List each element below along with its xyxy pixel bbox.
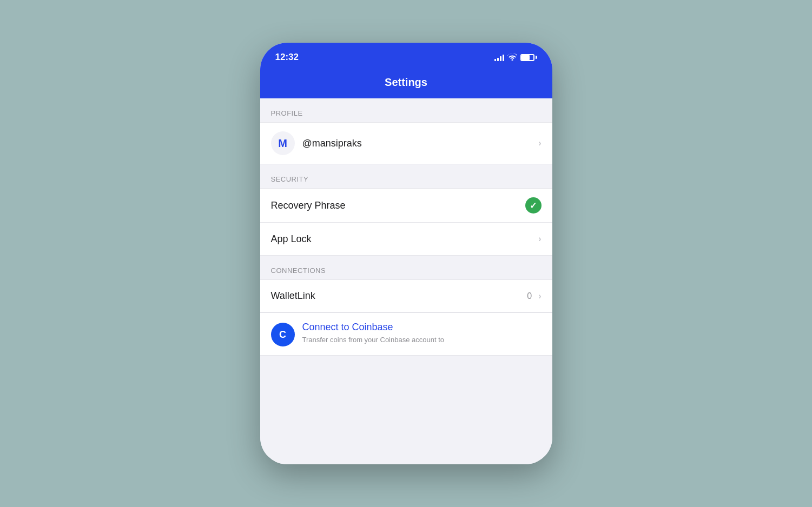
signal-bar-2: [497, 58, 499, 61]
connect-coinbase-subtitle: Transfer coins from your Coinbase accoun…: [302, 335, 542, 345]
recovery-phrase-check-badge: ✓: [525, 197, 542, 214]
app-lock-right: ›: [538, 234, 541, 244]
profile-list-group: M @mansipraks ›: [260, 122, 552, 164]
connect-coinbase-item[interactable]: C Connect to Coinbase Transfer coins fro…: [260, 312, 552, 355]
coinbase-logo-letter: C: [279, 329, 286, 341]
battery-icon: [520, 54, 537, 61]
connections-section-header: CONNECTIONS: [260, 256, 552, 279]
profile-section-label: PROFILE: [271, 109, 303, 117]
connect-text-container: Connect to Coinbase Transfer coins from …: [302, 322, 542, 345]
status-icons: [494, 53, 537, 62]
recovery-phrase-item[interactable]: Recovery Phrase ✓: [260, 189, 552, 223]
avatar-letter: M: [278, 137, 287, 150]
connect-coinbase-title: Connect to Coinbase: [302, 322, 542, 333]
connections-section-label: CONNECTIONS: [271, 266, 326, 275]
app-lock-chevron-icon: ›: [538, 234, 541, 244]
status-bar: 12:32: [260, 43, 552, 70]
wallet-link-label: WalletLink: [271, 290, 527, 302]
username-text: @mansipraks: [302, 138, 539, 149]
navigation-bar: Settings: [260, 70, 552, 98]
phone-frame: 12:32 Settings: [260, 43, 552, 464]
security-section-header: SECURITY: [260, 164, 552, 188]
security-section-label: SECURITY: [271, 175, 309, 183]
signal-bar-3: [500, 56, 501, 61]
profile-chevron-icon: ›: [538, 138, 541, 148]
wifi-icon: [507, 53, 517, 62]
wallet-link-right: 0 ›: [527, 291, 541, 301]
status-time: 12:32: [275, 52, 299, 63]
wallet-link-item[interactable]: WalletLink 0 ›: [260, 280, 552, 312]
coinbase-icon: C: [271, 323, 295, 346]
avatar: M: [271, 131, 295, 155]
wallet-link-chevron-icon: ›: [538, 291, 541, 301]
connections-list-group: WalletLink 0 › C Connect to Coinbase Tra…: [260, 279, 552, 356]
profile-chevron-container: ›: [538, 138, 541, 148]
signal-bar-1: [494, 59, 496, 61]
signal-bars-icon: [494, 54, 504, 61]
security-list-group: Recovery Phrase ✓ App Lock ›: [260, 188, 552, 256]
settings-content: PROFILE M @mansipraks › SECURITY Recover…: [260, 98, 552, 464]
profile-list-item[interactable]: M @mansipraks ›: [260, 123, 552, 164]
check-icon: ✓: [530, 201, 537, 211]
profile-section-header: PROFILE: [260, 98, 552, 122]
recovery-phrase-label: Recovery Phrase: [271, 200, 525, 211]
app-lock-item[interactable]: App Lock ›: [260, 223, 552, 255]
recovery-phrase-right: ✓: [525, 197, 542, 214]
nav-title: Settings: [385, 76, 427, 88]
app-lock-label: App Lock: [271, 234, 539, 245]
wallet-link-count: 0: [527, 291, 532, 301]
signal-bar-4: [503, 55, 504, 61]
